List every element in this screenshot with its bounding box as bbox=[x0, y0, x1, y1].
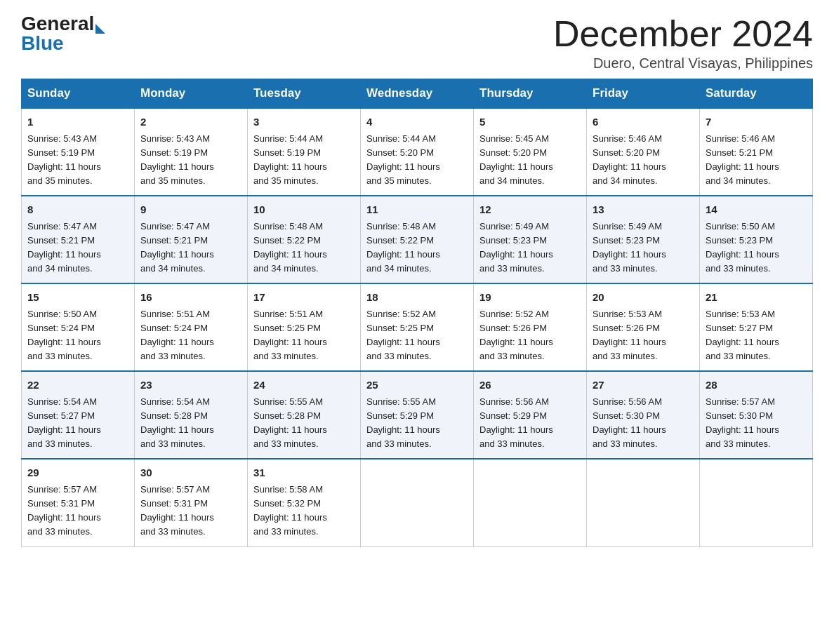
day-number: 11 bbox=[366, 202, 468, 218]
calendar-cell: 28Sunrise: 5:57 AMSunset: 5:30 PMDayligh… bbox=[700, 371, 813, 459]
calendar-week-row: 8Sunrise: 5:47 AMSunset: 5:21 PMDaylight… bbox=[22, 196, 813, 283]
calendar-cell: 18Sunrise: 5:52 AMSunset: 5:25 PMDayligh… bbox=[361, 283, 474, 371]
logo-general-text: General bbox=[21, 14, 94, 34]
calendar-table: SundayMondayTuesdayWednesdayThursdayFrid… bbox=[21, 79, 813, 546]
day-info: Sunrise: 5:52 AMSunset: 5:26 PMDaylight:… bbox=[479, 307, 581, 364]
calendar-cell: 24Sunrise: 5:55 AMSunset: 5:28 PMDayligh… bbox=[248, 371, 361, 459]
day-info: Sunrise: 5:44 AMSunset: 5:20 PMDaylight:… bbox=[366, 132, 468, 189]
day-number: 31 bbox=[253, 465, 355, 481]
calendar-cell: 21Sunrise: 5:53 AMSunset: 5:27 PMDayligh… bbox=[700, 283, 813, 371]
day-info: Sunrise: 5:50 AMSunset: 5:24 PMDaylight:… bbox=[27, 307, 128, 364]
day-info: Sunrise: 5:50 AMSunset: 5:23 PMDaylight:… bbox=[706, 220, 807, 276]
day-number: 25 bbox=[366, 377, 468, 394]
calendar-cell: 13Sunrise: 5:49 AMSunset: 5:23 PMDayligh… bbox=[587, 196, 700, 283]
calendar-cell: 31Sunrise: 5:58 AMSunset: 5:32 PMDayligh… bbox=[248, 459, 361, 546]
day-info: Sunrise: 5:45 AMSunset: 5:20 PMDaylight:… bbox=[479, 132, 581, 189]
day-info: Sunrise: 5:53 AMSunset: 5:26 PMDaylight:… bbox=[593, 307, 694, 364]
day-info: Sunrise: 5:49 AMSunset: 5:23 PMDaylight:… bbox=[593, 220, 694, 276]
day-info: Sunrise: 5:52 AMSunset: 5:25 PMDaylight:… bbox=[366, 307, 468, 364]
day-info: Sunrise: 5:57 AMSunset: 5:30 PMDaylight:… bbox=[706, 395, 807, 452]
calendar-cell: 12Sunrise: 5:49 AMSunset: 5:23 PMDayligh… bbox=[474, 196, 587, 283]
logo-arrow-icon bbox=[95, 24, 105, 34]
title-block: December 2024 Duero, Central Visayas, Ph… bbox=[553, 14, 813, 72]
month-title: December 2024 bbox=[553, 14, 813, 54]
day-info: Sunrise: 5:46 AMSunset: 5:21 PMDaylight:… bbox=[706, 132, 807, 189]
calendar-cell: 4Sunrise: 5:44 AMSunset: 5:20 PMDaylight… bbox=[361, 108, 474, 196]
day-number: 9 bbox=[140, 202, 241, 218]
day-number: 2 bbox=[140, 114, 241, 130]
calendar-week-row: 22Sunrise: 5:54 AMSunset: 5:27 PMDayligh… bbox=[22, 371, 813, 459]
calendar-cell: 16Sunrise: 5:51 AMSunset: 5:24 PMDayligh… bbox=[135, 283, 248, 371]
calendar-cell: 22Sunrise: 5:54 AMSunset: 5:27 PMDayligh… bbox=[22, 371, 135, 459]
day-number: 30 bbox=[140, 465, 241, 481]
day-number: 20 bbox=[593, 290, 694, 306]
page-header: General Blue December 2024 Duero, Centra… bbox=[21, 14, 813, 72]
day-header-wednesday: Wednesday bbox=[361, 79, 474, 109]
day-info: Sunrise: 5:53 AMSunset: 5:27 PMDaylight:… bbox=[706, 307, 807, 364]
day-number: 18 bbox=[366, 290, 468, 306]
day-header-sunday: Sunday bbox=[22, 79, 135, 109]
calendar-cell: 15Sunrise: 5:50 AMSunset: 5:24 PMDayligh… bbox=[22, 283, 135, 371]
day-info: Sunrise: 5:58 AMSunset: 5:32 PMDaylight:… bbox=[253, 483, 355, 539]
day-header-tuesday: Tuesday bbox=[248, 79, 361, 109]
calendar-cell: 19Sunrise: 5:52 AMSunset: 5:26 PMDayligh… bbox=[474, 283, 587, 371]
calendar-cell: 17Sunrise: 5:51 AMSunset: 5:25 PMDayligh… bbox=[248, 283, 361, 371]
day-info: Sunrise: 5:54 AMSunset: 5:28 PMDaylight:… bbox=[140, 395, 241, 452]
calendar-week-row: 1Sunrise: 5:43 AMSunset: 5:19 PMDaylight… bbox=[22, 108, 813, 196]
day-number: 8 bbox=[27, 202, 128, 218]
day-number: 3 bbox=[253, 114, 355, 130]
day-info: Sunrise: 5:56 AMSunset: 5:30 PMDaylight:… bbox=[593, 395, 694, 452]
day-number: 28 bbox=[706, 377, 807, 394]
calendar-cell: 26Sunrise: 5:56 AMSunset: 5:29 PMDayligh… bbox=[474, 371, 587, 459]
day-info: Sunrise: 5:57 AMSunset: 5:31 PMDaylight:… bbox=[27, 483, 128, 539]
day-info: Sunrise: 5:46 AMSunset: 5:20 PMDaylight:… bbox=[593, 132, 694, 189]
calendar-cell: 11Sunrise: 5:48 AMSunset: 5:22 PMDayligh… bbox=[361, 196, 474, 283]
calendar-cell: 10Sunrise: 5:48 AMSunset: 5:22 PMDayligh… bbox=[248, 196, 361, 283]
calendar-cell: 14Sunrise: 5:50 AMSunset: 5:23 PMDayligh… bbox=[700, 196, 813, 283]
calendar-cell: 3Sunrise: 5:44 AMSunset: 5:19 PMDaylight… bbox=[248, 108, 361, 196]
day-number: 26 bbox=[479, 377, 581, 394]
day-number: 6 bbox=[593, 114, 694, 130]
day-info: Sunrise: 5:55 AMSunset: 5:29 PMDaylight:… bbox=[366, 395, 468, 452]
logo-blue-text: Blue bbox=[21, 34, 64, 53]
day-number: 19 bbox=[479, 290, 581, 306]
day-number: 29 bbox=[27, 465, 128, 481]
day-info: Sunrise: 5:48 AMSunset: 5:22 PMDaylight:… bbox=[253, 220, 355, 276]
day-info: Sunrise: 5:43 AMSunset: 5:19 PMDaylight:… bbox=[27, 132, 128, 189]
day-number: 24 bbox=[253, 377, 355, 394]
day-info: Sunrise: 5:54 AMSunset: 5:27 PMDaylight:… bbox=[27, 395, 128, 452]
day-number: 14 bbox=[706, 202, 807, 218]
calendar-cell: 1Sunrise: 5:43 AMSunset: 5:19 PMDaylight… bbox=[22, 108, 135, 196]
day-number: 15 bbox=[27, 290, 128, 306]
day-number: 27 bbox=[593, 377, 694, 394]
day-header-thursday: Thursday bbox=[474, 79, 587, 109]
day-info: Sunrise: 5:56 AMSunset: 5:29 PMDaylight:… bbox=[479, 395, 581, 452]
calendar-week-row: 15Sunrise: 5:50 AMSunset: 5:24 PMDayligh… bbox=[22, 283, 813, 371]
calendar-cell: 25Sunrise: 5:55 AMSunset: 5:29 PMDayligh… bbox=[361, 371, 474, 459]
day-header-friday: Friday bbox=[587, 79, 700, 109]
logo: General Blue bbox=[21, 14, 105, 53]
day-header-saturday: Saturday bbox=[700, 79, 813, 109]
calendar-cell: 5Sunrise: 5:45 AMSunset: 5:20 PMDaylight… bbox=[474, 108, 587, 196]
day-number: 1 bbox=[27, 114, 128, 130]
day-number: 17 bbox=[253, 290, 355, 306]
day-info: Sunrise: 5:49 AMSunset: 5:23 PMDaylight:… bbox=[479, 220, 581, 276]
calendar-cell: 20Sunrise: 5:53 AMSunset: 5:26 PMDayligh… bbox=[587, 283, 700, 371]
day-info: Sunrise: 5:48 AMSunset: 5:22 PMDaylight:… bbox=[366, 220, 468, 276]
calendar-cell: 30Sunrise: 5:57 AMSunset: 5:31 PMDayligh… bbox=[135, 459, 248, 546]
day-info: Sunrise: 5:51 AMSunset: 5:24 PMDaylight:… bbox=[140, 307, 241, 364]
day-number: 4 bbox=[366, 114, 468, 130]
day-info: Sunrise: 5:51 AMSunset: 5:25 PMDaylight:… bbox=[253, 307, 355, 364]
day-number: 10 bbox=[253, 202, 355, 218]
calendar-cell: 29Sunrise: 5:57 AMSunset: 5:31 PMDayligh… bbox=[22, 459, 135, 546]
day-number: 21 bbox=[706, 290, 807, 306]
calendar-cell bbox=[587, 459, 700, 546]
day-number: 7 bbox=[706, 114, 807, 130]
day-number: 23 bbox=[140, 377, 241, 394]
calendar-cell: 9Sunrise: 5:47 AMSunset: 5:21 PMDaylight… bbox=[135, 196, 248, 283]
calendar-cell: 8Sunrise: 5:47 AMSunset: 5:21 PMDaylight… bbox=[22, 196, 135, 283]
calendar-cell: 7Sunrise: 5:46 AMSunset: 5:21 PMDaylight… bbox=[700, 108, 813, 196]
day-info: Sunrise: 5:44 AMSunset: 5:19 PMDaylight:… bbox=[253, 132, 355, 189]
day-info: Sunrise: 5:57 AMSunset: 5:31 PMDaylight:… bbox=[140, 483, 241, 539]
calendar-cell bbox=[700, 459, 813, 546]
